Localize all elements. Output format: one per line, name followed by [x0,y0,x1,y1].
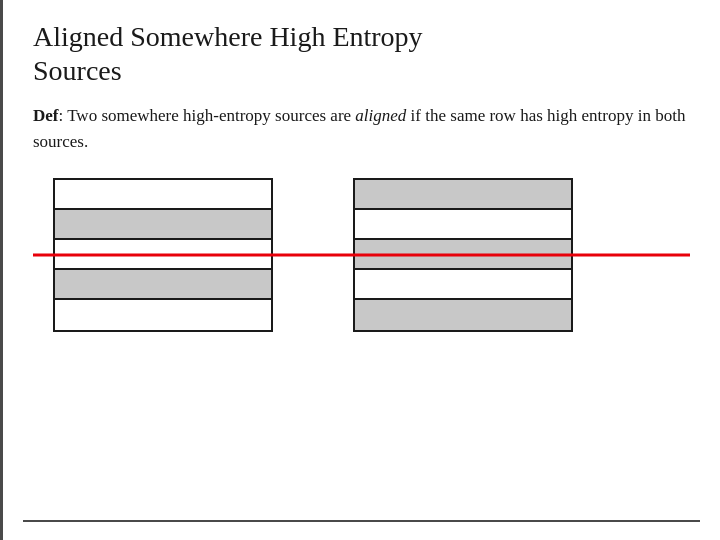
table-row [55,180,271,210]
table-row [355,300,571,330]
table-row [355,180,571,210]
bottom-border-line [23,520,700,522]
title-block: Aligned Somewhere High Entropy Sources [33,20,690,87]
definition-text-part1: Two somewhere high-entropy sources are [63,106,355,125]
title-line1: Aligned Somewhere High Entropy [33,21,423,52]
definition-paragraph: Def: Two somewhere high-entropy sources … [33,103,690,154]
definition-block: Def: Two somewhere high-entropy sources … [33,103,690,154]
definition-italic-word: aligned [355,106,406,125]
definition-label: Def [33,106,58,125]
page-container: Aligned Somewhere High Entropy Sources D… [0,0,720,540]
table-row [55,300,271,330]
table-row [55,210,271,240]
page-title: Aligned Somewhere High Entropy Sources [33,20,690,87]
red-alignment-line [33,254,690,257]
diagrams-area [33,178,690,332]
table-row [355,210,571,240]
table-row [55,270,271,300]
table-row [355,270,571,300]
title-line2: Sources [33,55,122,86]
